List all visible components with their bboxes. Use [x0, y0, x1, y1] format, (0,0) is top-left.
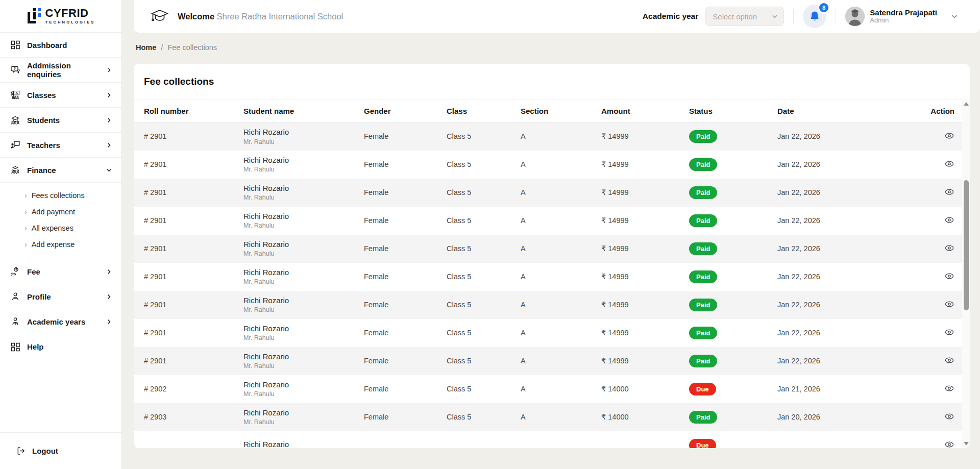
brand-logo[interactable]: CYFRID TECHNOLOGIES [0, 0, 121, 33]
cell-amount: ₹ 14999 [601, 122, 689, 151]
sidebar-item-finance[interactable]: Finance [0, 158, 121, 183]
topbar-right: Academic year Select option 8 [643, 5, 959, 28]
cell-class: Class 5 [447, 263, 521, 291]
table-row: # 2901Richi RozarioMr. RahuluFemaleClass… [134, 122, 962, 151]
user-avatar [845, 7, 865, 26]
view-row-button[interactable] [944, 131, 954, 141]
sidebar-item-teachers[interactable]: Teachers [0, 133, 121, 158]
cell-section: A [521, 207, 601, 235]
breadcrumb-current: Fee collections [167, 43, 217, 52]
school-name: Shree Radha International School [217, 12, 344, 21]
sidebar-item-label: Help [27, 342, 44, 351]
brand-logo-icon [27, 7, 42, 26]
view-row-button[interactable] [944, 383, 954, 393]
breadcrumb-home-link[interactable]: Home [136, 43, 156, 52]
column-header-section: Section [521, 100, 601, 122]
cell-student-name: Richi RozarioMr. Rahulu [243, 151, 364, 179]
notification-count-badge: 8 [818, 2, 830, 14]
enquiry-chat-icon: ? [10, 65, 20, 75]
view-row-button[interactable] [944, 327, 954, 337]
fee-collections-card: Fee collections Roll numberStudent nameG… [134, 64, 970, 448]
column-header-action: Action [909, 100, 962, 122]
cell-class: Class 5 [447, 235, 521, 263]
sidebar-item-admission-enquiries[interactable]: ? Addmission enquiries [0, 58, 121, 83]
sidebar-item-classes[interactable]: Classes [0, 83, 121, 108]
cell-class: Class 5 [447, 122, 521, 151]
cell-roll-number: # 2901 [134, 235, 243, 263]
cell-date: Jan 22, 2026 [777, 151, 909, 179]
breadcrumb: Home / Fee collections [136, 43, 217, 52]
academic-year-label: Academic year [643, 12, 698, 21]
submenu-item-label: Add expense [32, 240, 75, 249]
view-row-button[interactable] [944, 243, 954, 253]
academic-year-select[interactable]: Select option [705, 7, 784, 26]
sidebar-item-students[interactable]: Students [0, 108, 121, 133]
cell-status: Paid [689, 179, 777, 207]
cell-gender: Female [364, 319, 447, 347]
cell-roll-number: # 2901 [134, 151, 243, 179]
cell-action [909, 235, 962, 263]
sidebar-item-fee[interactable]: ₹ Fee [0, 259, 121, 284]
submenu-arrow: › [24, 241, 27, 248]
view-row-button[interactable] [944, 439, 954, 449]
cell-action [909, 347, 962, 375]
eye-icon [944, 439, 954, 449]
cell-class: Class 5 [447, 179, 521, 207]
view-row-button[interactable] [944, 411, 954, 422]
cell-gender: Female [364, 151, 447, 179]
cell-section: A [521, 291, 601, 319]
fee-coin-hand-icon: ₹ [10, 266, 20, 277]
user-menu[interactable]: Satendra Prajapati Admin [845, 7, 959, 26]
cell-status: Paid [689, 235, 777, 263]
submenu-item-add-payment[interactable]: › Add payment [0, 204, 121, 220]
scrollbar-thumb[interactable] [964, 180, 969, 310]
view-row-button[interactable] [944, 355, 954, 365]
view-row-button[interactable] [944, 271, 954, 281]
cell-action [909, 207, 962, 235]
submenu-item-add-expense[interactable]: › Add expense [0, 236, 121, 253]
scrollbar-up-arrow[interactable] [964, 102, 969, 106]
cell-amount: ₹ 14000 [601, 375, 689, 403]
status-badge: Paid [689, 411, 717, 424]
cell-action [909, 151, 962, 179]
view-row-button[interactable] [944, 299, 954, 309]
scrollbar-down-arrow[interactable] [964, 442, 969, 446]
notifications-button[interactable]: 8 [803, 5, 826, 28]
chevron-right-icon [106, 117, 112, 124]
eye-icon [944, 383, 954, 393]
cell-amount: ₹ 14999 [601, 291, 689, 319]
cell-action [909, 263, 962, 291]
chevron-down-icon [771, 13, 778, 20]
cell-student-name: Richi RozarioMr. Rahulu [243, 122, 364, 151]
sidebar-item-dashboard[interactable]: Dashboard [0, 33, 121, 58]
select-placeholder: Select option [713, 12, 767, 21]
submenu-arrow: › [24, 192, 27, 199]
cell-date: Jan 22, 2026 [777, 263, 909, 291]
sidebar-item-label: Students [27, 116, 60, 125]
sidebar-item-academic-years[interactable]: Academic years [0, 309, 121, 334]
eye-icon [944, 243, 954, 253]
table-row: # 2901Richi RozarioMr. RahuluFemaleClass… [134, 151, 962, 179]
view-row-button[interactable] [944, 187, 954, 197]
cell-gender: Female [364, 122, 447, 151]
cell-section: A [521, 263, 601, 291]
cell-student-name: Richi RozarioMr. Rahulu [243, 403, 364, 431]
chevron-right-icon [106, 293, 112, 300]
view-row-button[interactable] [944, 159, 954, 169]
submenu-item-all-expenses[interactable]: › All expenses [0, 220, 121, 236]
cell-class: Class 5 [447, 403, 521, 431]
logout-button[interactable]: Logout [0, 432, 121, 469]
sidebar-item-help[interactable]: Help [0, 334, 121, 359]
sidebar-item-profile[interactable]: Profile [0, 284, 121, 309]
view-row-button[interactable] [944, 215, 954, 225]
brand-name: CYFRID [45, 8, 95, 19]
table-scroll-area: Roll numberStudent nameGenderClassSectio… [134, 100, 970, 448]
cell-action [909, 431, 962, 449]
cell-class: Class 5 [447, 347, 521, 375]
table-scrollbar[interactable] [962, 100, 970, 448]
cell-roll-number: # 2901 [134, 179, 243, 207]
cell-action [909, 319, 962, 347]
cell-status: Paid [689, 403, 777, 431]
submenu-item-fees-collections[interactable]: › Fees collections [0, 187, 121, 204]
eye-icon [944, 159, 954, 169]
